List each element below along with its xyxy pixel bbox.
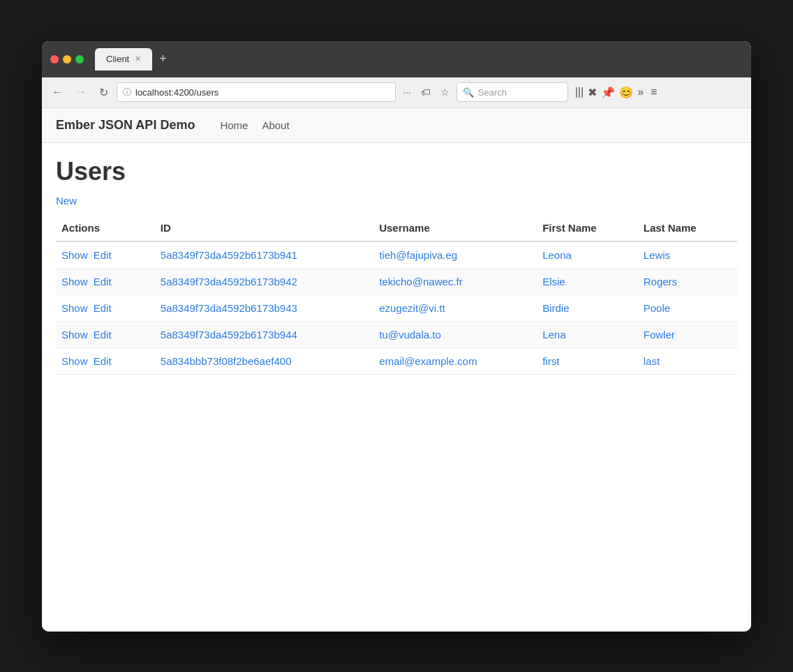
first-name-cell[interactable]: Elsie — [537, 268, 638, 294]
active-tab[interactable]: Client ✕ — [95, 48, 152, 70]
more-button[interactable]: ··· — [400, 85, 414, 99]
id-cell[interactable]: 5a8349f73da4592b6173b943 — [155, 294, 373, 321]
url-text: localhost:4200/users — [135, 87, 218, 98]
search-placeholder: Search — [478, 87, 507, 98]
actions-cell: Show Edit — [56, 321, 155, 348]
last-name-cell[interactable]: last — [638, 348, 737, 374]
table-row: Show Edit 5a8349f73da4592b6173b943 ezuge… — [56, 294, 737, 321]
tab-close-icon[interactable]: ✕ — [135, 54, 141, 64]
page-title: Users — [56, 157, 737, 186]
edit-link[interactable]: Edit — [94, 329, 112, 341]
table-row: Show Edit 5a834bbb73f08f2be6aef400 email… — [56, 348, 737, 374]
edit-link[interactable]: Edit — [94, 355, 112, 367]
search-box[interactable]: 🔍 Search — [457, 82, 568, 102]
username-cell[interactable]: tu@vudala.to — [373, 321, 537, 348]
first-name-cell[interactable]: first — [537, 348, 638, 374]
new-link[interactable]: New — [56, 195, 77, 207]
actions-cell: Show Edit — [56, 241, 155, 269]
username-cell[interactable]: tieh@fajupiva.eg — [373, 241, 537, 269]
reading-list-icon[interactable]: ||| — [575, 86, 584, 98]
tab-label: Client — [106, 54, 129, 64]
nav-link-home[interactable]: Home — [220, 119, 248, 131]
show-link[interactable]: Show — [61, 355, 88, 367]
tab-bar: Client ✕ + — [95, 48, 743, 70]
col-first-name: First Name — [537, 215, 638, 241]
new-tab-button[interactable]: + — [155, 52, 171, 66]
col-id: ID — [155, 215, 373, 241]
extensions-more-icon[interactable]: » — [637, 86, 644, 98]
nav-bar: ← → ↻ ⓘ localhost:4200/users ··· 🏷 ☆ 🔍 S… — [42, 77, 751, 108]
first-name-cell[interactable]: Lena — [537, 321, 638, 348]
col-username: Username — [373, 215, 537, 241]
id-cell[interactable]: 5a8349f73da4592b6173b941 — [155, 241, 373, 269]
show-link[interactable]: Show — [61, 329, 88, 341]
first-name-cell[interactable]: Leona — [537, 241, 638, 269]
id-cell[interactable]: 5a834bbb73f08f2be6aef400 — [155, 348, 373, 374]
username-cell[interactable]: email@example.com — [373, 348, 537, 374]
title-bar: Client ✕ + — [42, 41, 751, 77]
show-link[interactable]: Show — [61, 302, 88, 314]
actions-cell: Show Edit — [56, 268, 155, 294]
edit-link[interactable]: Edit — [94, 302, 112, 314]
id-cell[interactable]: 5a8349f73da4592b6173b944 — [155, 321, 373, 348]
actions-cell: Show Edit — [56, 348, 155, 374]
col-last-name: Last Name — [638, 215, 737, 241]
last-name-cell[interactable]: Rogers — [638, 268, 737, 294]
last-name-cell[interactable]: Poole — [638, 294, 737, 321]
table-row: Show Edit 5a8349f73da4592b6173b941 tieh@… — [56, 241, 737, 269]
users-table: Actions ID Username First Name Last Name… — [56, 215, 737, 375]
close-button[interactable] — [50, 55, 59, 64]
search-icon: 🔍 — [463, 87, 474, 98]
pocket-icon[interactable]: 🏷 — [418, 85, 433, 99]
username-cell[interactable]: tekicho@nawec.fr — [373, 268, 537, 294]
page-content: Users New Actions ID Username First Name… — [42, 143, 751, 403]
edit-link[interactable]: Edit — [94, 276, 112, 288]
toolbar-icons: ||| ✖ 📌 😊 » — [575, 86, 644, 99]
info-icon: ⓘ — [123, 87, 131, 98]
first-name-cell[interactable]: Birdie — [537, 294, 638, 321]
reload-button[interactable]: ↻ — [95, 83, 112, 102]
browser-window: Client ✕ + ← → ↻ ⓘ localhost:4200/users … — [42, 41, 751, 632]
username-cell[interactable]: ezugezit@vi.tt — [373, 294, 537, 321]
table-header-row: Actions ID Username First Name Last Name — [56, 215, 737, 241]
star-icon[interactable]: ☆ — [438, 85, 452, 99]
last-name-cell[interactable]: Fowler — [638, 321, 737, 348]
app-brand: Ember JSON API Demo — [56, 118, 195, 133]
show-link[interactable]: Show — [61, 249, 88, 261]
app-nav: Ember JSON API Demo Home About — [42, 108, 751, 143]
maximize-button[interactable] — [75, 55, 84, 64]
back-button[interactable]: ← — [47, 83, 67, 101]
table-row: Show Edit 5a8349f73da4592b6173b944 tu@vu… — [56, 321, 737, 348]
emoji-icon[interactable]: 😊 — [619, 86, 633, 99]
table-row: Show Edit 5a8349f73da4592b6173b942 tekic… — [56, 268, 737, 294]
actions-cell: Show Edit — [56, 294, 155, 321]
hamburger-icon[interactable]: ≡ — [651, 86, 657, 98]
col-actions: Actions — [56, 215, 155, 241]
traffic-lights — [50, 55, 84, 64]
edit-link[interactable]: Edit — [94, 249, 112, 261]
app-content: Ember JSON API Demo Home About Users New… — [42, 108, 751, 632]
pinterest-icon[interactable]: 📌 — [601, 86, 615, 99]
id-cell[interactable]: 5a8349f73da4592b6173b942 — [155, 268, 373, 294]
minimize-button[interactable] — [63, 55, 71, 64]
nav-link-about[interactable]: About — [262, 119, 289, 131]
last-name-cell[interactable]: Lewis — [638, 241, 737, 269]
twitter-icon[interactable]: ✖ — [588, 86, 597, 99]
show-link[interactable]: Show — [61, 276, 88, 288]
address-bar[interactable]: ⓘ localhost:4200/users — [117, 82, 396, 102]
forward-button[interactable]: → — [71, 83, 91, 101]
